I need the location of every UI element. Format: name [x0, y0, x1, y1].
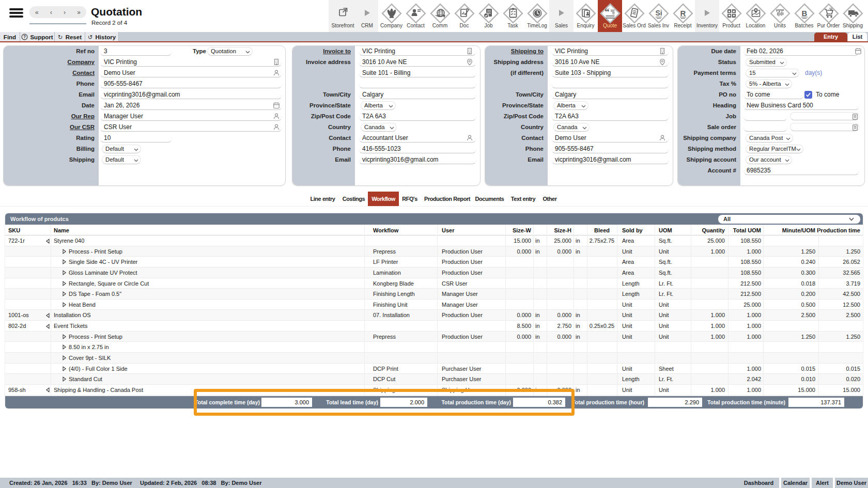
svg-text:Si: Si [655, 9, 662, 17]
svg-text:?: ? [23, 34, 26, 39]
svg-text:R: R [680, 8, 686, 17]
svg-text:B: B [801, 8, 807, 17]
